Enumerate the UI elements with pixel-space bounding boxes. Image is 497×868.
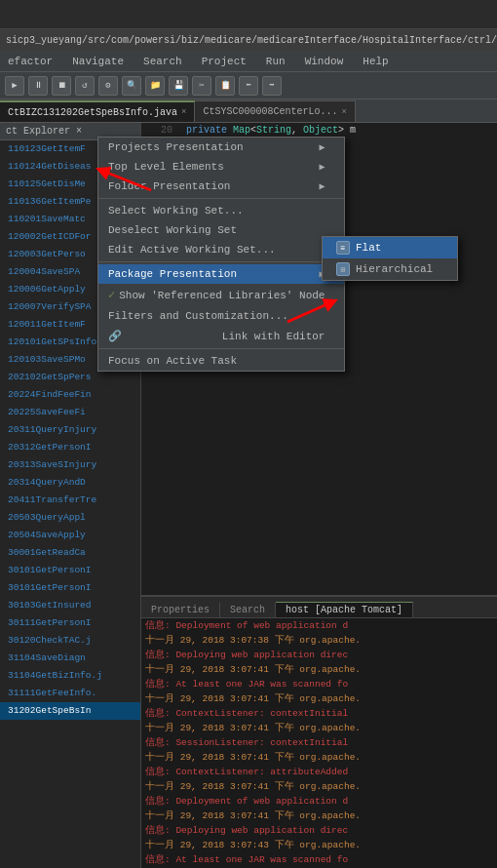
- tree-item[interactable]: 30101GetPersonI: [0, 562, 140, 579]
- toolbar-btn-11[interactable]: ⬅: [239, 76, 258, 96]
- tree-item[interactable]: 30001GetReadCa: [0, 544, 140, 562]
- menu-folder-presentation[interactable]: Folder Presentation ▶: [98, 177, 344, 196]
- menu-label: Show 'Referenced Libraries' Node: [119, 290, 325, 301]
- menu-select-working-set[interactable]: Select Working Set...: [98, 201, 344, 220]
- log-line: 信息: ContextListener: contextInitial: [141, 706, 497, 721]
- console-tabs: Properties Search host [Apache Tomcat]: [141, 597, 497, 618]
- path-text: sicp3_yueyang/src/com/powersi/biz/medica…: [6, 35, 497, 46]
- menu-package-presentation[interactable]: Package Presentation ▶: [98, 264, 344, 284]
- tree-item[interactable]: 20313SaveSInjury: [0, 456, 140, 474]
- toolbar: ▶ ⏸ ⏹ ↺ ⚙ 🔍 📁 💾 ✂ 📋 ⬅ ➡: [0, 72, 497, 99]
- menu-show-referenced[interactable]: ✓ Show 'Referenced Libraries' Node: [98, 284, 344, 306]
- console-tab-properties[interactable]: Properties: [141, 603, 220, 617]
- tree-item[interactable]: 20314QueryAndD: [0, 474, 140, 492]
- tree-item[interactable]: 20224FindFeeFin: [0, 386, 140, 404]
- menu-label: Filters and Customization...: [108, 310, 288, 322]
- toolbar-btn-5[interactable]: ⚙: [98, 76, 118, 96]
- log-line: 十一月 29, 2018 3:07:38 下午 org.apache.: [141, 633, 497, 648]
- menu-item-search[interactable]: Search: [139, 54, 186, 69]
- tab-bizc[interactable]: CtBIZC131202GetSpeBsInfo.java ×: [0, 100, 195, 122]
- menu-label: Edit Active Working Set...: [108, 244, 276, 256]
- menu-label: Focus on Active Task: [108, 355, 237, 367]
- menu-label: Select Working Set...: [108, 205, 244, 217]
- menu-top-level[interactable]: Top Level Elements ▶: [98, 157, 344, 177]
- tab-sysc[interactable]: CtSYSC000008CenterLo... ×: [195, 100, 355, 122]
- tab-bizc-close[interactable]: ×: [181, 107, 186, 117]
- toolbar-btn-3[interactable]: ⏹: [52, 76, 71, 96]
- menu-projects-presentation[interactable]: Projects Presentation ▶: [98, 138, 344, 157]
- tab-bar: CtBIZC131202GetSpeBsInfo.java × CtSYSC00…: [0, 99, 497, 123]
- toolbar-btn-1[interactable]: ▶: [5, 76, 24, 96]
- menu-label: Folder Presentation: [108, 180, 230, 192]
- log-line: 信息: At least one JAR was scanned fo: [141, 852, 497, 867]
- explorer-title-text: ct Explorer ×: [6, 126, 82, 137]
- toolbar-btn-8[interactable]: 💾: [169, 76, 188, 96]
- menu-item-run[interactable]: Run: [262, 54, 289, 69]
- toolbar-btn-9[interactable]: ✂: [192, 76, 211, 96]
- tree-item[interactable]: 31104SaveDiagn: [0, 650, 140, 667]
- log-line: 十一月 29, 2018 3:07:41 下午 org.apache.: [141, 662, 497, 677]
- tab-bizc-label: CtBIZC131202GetSpeBsInfo.java: [8, 107, 177, 118]
- log-line: 十一月 29, 2018 3:07:41 下午 org.apache.: [141, 809, 497, 823]
- submenu-hierarchical[interactable]: ⊞ Hierarchical: [323, 258, 457, 280]
- tree-item[interactable]: 31104GetBizInfo.j: [0, 667, 140, 685]
- log-line: 信息: At least one JAR was scanned fo: [141, 677, 497, 691]
- flat-icon: ≡: [336, 241, 350, 255]
- menu-deselect-working-set[interactable]: Deselect Working Set: [98, 220, 344, 240]
- log-line: 信息: Deployment of web application d: [141, 618, 497, 633]
- tree-item[interactable]: 30111GetPersonI: [0, 614, 140, 632]
- tree-item[interactable]: 20225SaveFeeFi: [0, 404, 140, 421]
- link-icon: 🔗: [108, 330, 122, 342]
- tree-item[interactable]: 31202GetSpeBsIn: [0, 702, 140, 720]
- submenu-package[interactable]: ≡ Flat ⊞ Hierarchical: [322, 236, 458, 281]
- tree-item[interactable]: 20312GetPersonI: [0, 439, 140, 456]
- arrow-icon: ▶: [319, 180, 325, 192]
- tree-item[interactable]: 31111GetFeeInfo.: [0, 685, 140, 702]
- menu-label: Projects Presentation: [108, 141, 244, 153]
- toolbar-btn-2[interactable]: ⏸: [28, 76, 48, 96]
- menu-sep-2: [98, 261, 344, 262]
- menu-label: Package Presentation: [108, 268, 237, 280]
- log-line: 十一月 29, 2018 3:07:43 下午 org.apache.: [141, 838, 497, 852]
- log-line: 十一月 29, 2018 3:07:41 下午 org.apache.: [141, 779, 497, 794]
- log-line: 信息: SessionListener: contextInitial: [141, 735, 497, 750]
- menu-item-navigate[interactable]: Navigate: [68, 54, 128, 69]
- log-line: 信息: Deploying web application direc: [141, 823, 497, 838]
- checkmark-icon: ✓: [108, 288, 115, 302]
- log-line: 信息: ContextListener: attributeAdded: [141, 765, 497, 779]
- tree-item[interactable]: 20503QueryAppl: [0, 509, 140, 527]
- menu-sep-3: [98, 348, 344, 349]
- tree-item[interactable]: 30103GetInsured: [0, 597, 140, 614]
- menu-focus-active-task[interactable]: Focus on Active Task: [98, 351, 344, 371]
- log-line: 十一月 29, 2018 3:07:41 下午 org.apache.: [141, 691, 497, 706]
- toolbar-btn-6[interactable]: 🔍: [122, 76, 141, 96]
- toolbar-btn-10[interactable]: 📋: [215, 76, 235, 96]
- console-content: 信息: Deployment of web application d十一月 2…: [141, 618, 497, 868]
- menu-item-window[interactable]: Window: [301, 54, 348, 69]
- tab-sysc-close[interactable]: ×: [341, 107, 346, 117]
- toolbar-btn-7[interactable]: 📁: [145, 76, 165, 96]
- tree-item[interactable]: 30120CheckTAC.j: [0, 632, 140, 650]
- tree-item[interactable]: 30101GetPersonI: [0, 579, 140, 597]
- tree-item[interactable]: 20311QueryInjury: [0, 421, 140, 439]
- menu-item-help[interactable]: Help: [359, 54, 392, 69]
- log-line: 十一月 29, 2018 3:07:41 下午 org.apache.: [141, 721, 497, 735]
- console-tab-search[interactable]: Search: [220, 603, 276, 617]
- tree-item[interactable]: 20504SaveApply: [0, 527, 140, 544]
- toolbar-btn-12[interactable]: ➡: [262, 76, 282, 96]
- log-line: 信息: Deploying web application direc: [141, 648, 497, 662]
- tree-item[interactable]: 20411TransferTre: [0, 492, 140, 509]
- menu-link-editor[interactable]: 🔗 Link with Editor: [98, 326, 344, 346]
- toolbar-btn-4[interactable]: ↺: [75, 76, 95, 96]
- context-menu[interactable]: Projects Presentation ▶ Top Level Elemen…: [97, 137, 345, 372]
- arrow-icon: ▶: [319, 141, 325, 153]
- menu-item-project[interactable]: Project: [198, 54, 250, 69]
- menu-bar: efactor Navigate Search Project Run Wind…: [0, 51, 497, 72]
- console-tab-tomcat[interactable]: host [Apache Tomcat]: [276, 602, 413, 617]
- menu-filters[interactable]: Filters and Customization...: [98, 306, 344, 326]
- console-area: Properties Search host [Apache Tomcat] 信…: [141, 595, 497, 868]
- submenu-flat[interactable]: ≡ Flat: [323, 237, 457, 258]
- log-line: 信息: Deployment of web application d: [141, 794, 497, 809]
- menu-edit-working-set[interactable]: Edit Active Working Set...: [98, 240, 344, 259]
- menu-item-refactor[interactable]: efactor: [4, 54, 57, 69]
